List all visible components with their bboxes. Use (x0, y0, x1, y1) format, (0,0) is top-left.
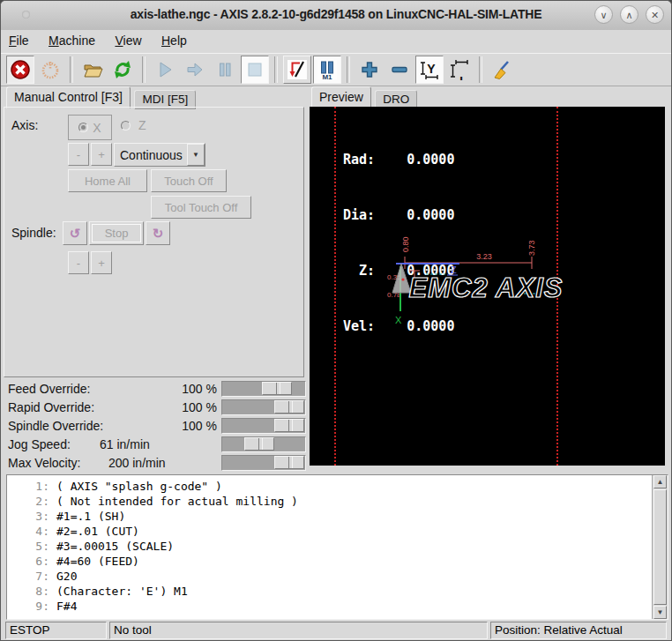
jog-minus-button[interactable]: - (68, 143, 89, 166)
spindle-cw-button[interactable]: ↻ (146, 221, 170, 245)
spindle-cw-icon: ↻ (153, 226, 164, 242)
window-title: axis-lathe.ngc - AXIS 2.8.2-10-g6d29f145… (1, 7, 671, 21)
rapid-override-label: Rapid Override: (8, 400, 94, 414)
toolbar-separator (479, 56, 482, 83)
touch-off-button[interactable]: Touch Off (151, 169, 227, 192)
view-y-flipped-button[interactable]: Y (445, 56, 474, 84)
max-velocity-row: Max Velocity: 200 in/min (1, 454, 307, 473)
spindle-plus-button[interactable]: + (91, 251, 112, 274)
gcode-line[interactable]: 6:#4=60 (FEED) (7, 554, 652, 569)
slider-handle[interactable] (244, 437, 274, 451)
pause-button[interactable] (211, 56, 239, 84)
toolbar-separator (347, 56, 350, 83)
machine-power-button[interactable] (36, 56, 64, 84)
gcode-line[interactable]: 3:#1=.1 (SH) (7, 509, 652, 524)
spindle-minus-button[interactable]: - (68, 251, 89, 274)
toolbar-separator (142, 56, 146, 83)
jog-mode-combobox[interactable]: Continuous ▼ (114, 143, 205, 167)
dim-width-label: 3.23 (476, 252, 492, 261)
toolbar-separator (70, 56, 73, 83)
tool-touch-off-button[interactable]: Tool Touch Off (151, 196, 251, 219)
tab-preview[interactable]: Preview (311, 86, 371, 108)
step-icon (184, 59, 205, 80)
slider-handle[interactable] (262, 382, 292, 395)
gcode-listing[interactable]: 1:( AXIS "splash g-code" ) 2:( Not inten… (6, 474, 668, 620)
feed-override-slider[interactable] (221, 381, 306, 397)
svg-text:Y: Y (457, 74, 466, 80)
toolbar-separator (274, 56, 278, 83)
rapid-override-row: Rapid Override: 100 % (1, 399, 307, 417)
run-button[interactable] (151, 56, 179, 84)
svg-text:M1: M1 (322, 73, 332, 81)
preview-canvas[interactable]: Rad: 0.0000 Dia: 0.0000 Z: 0.0000 Vel: 0… (310, 107, 665, 466)
jog-mode-value: Continuous (120, 148, 183, 162)
zoom-out-icon (389, 59, 410, 80)
jog-speed-value: 61 in/min (100, 437, 223, 451)
status-bar: ESTOP No tool Position: Relative Actual (1, 622, 671, 641)
spindle-override-row: Spindle Override: 100 % (1, 417, 307, 436)
menu-help[interactable]: Help (153, 30, 195, 50)
view-y-icon: Y (419, 59, 440, 80)
combo-arrow-icon[interactable]: ▼ (187, 144, 205, 166)
gcode-line[interactable]: 4:#2=.01 (CUT) (7, 524, 652, 539)
gcode-scrollbar[interactable]: ▲ ▼ (652, 475, 668, 619)
slider-handle[interactable] (274, 456, 304, 469)
gcode-line[interactable]: 1:( AXIS "splash g-code" ) (7, 479, 652, 494)
tab-manual-control[interactable]: Manual Control [F3] (6, 86, 131, 108)
slider-handle[interactable] (274, 419, 304, 432)
zoom-out-button[interactable] (385, 56, 414, 84)
gcode-line[interactable]: 2:( Not intended for actual milling ) (7, 494, 652, 509)
gcode-line[interactable]: 8:(Character: 'E') M1 (7, 584, 652, 599)
status-tool: No tool (109, 622, 488, 639)
max-velocity-slider[interactable] (221, 455, 306, 471)
estop-button[interactable] (6, 56, 34, 84)
zoom-in-button[interactable] (355, 56, 384, 84)
scroll-thumb[interactable] (653, 489, 667, 605)
title-bar[interactable]: axis-lathe.ngc - AXIS 2.8.2-10-g6d29f145… (1, 1, 671, 31)
rapid-override-slider[interactable] (221, 399, 306, 415)
axis-x-radio[interactable]: X (68, 115, 112, 140)
menu-view[interactable]: View (107, 30, 149, 50)
scroll-up-icon[interactable]: ▲ (653, 475, 667, 488)
minimize-button[interactable]: ∨ (594, 5, 613, 24)
spindle-override-label: Spindle Override: (8, 419, 103, 433)
app-window: axis-lathe.ngc - AXIS 2.8.2-10-g6d29f145… (0, 0, 672, 641)
manual-control-panel: Axis: X Z - + Continuous ▼ Home All Touc… (4, 107, 304, 377)
optional-stop-button[interactable]: M1 (313, 56, 341, 84)
toolbar: M1 Y (1, 53, 671, 86)
open-file-button[interactable] (78, 56, 107, 84)
reload-file-button[interactable] (108, 56, 137, 84)
max-velocity-label: Max Velocity: (8, 456, 80, 470)
skip-lines-button[interactable] (283, 56, 311, 84)
jog-speed-slider[interactable] (221, 436, 306, 452)
axis-x-label: X (395, 315, 402, 325)
axis-x-label: X (93, 121, 101, 135)
maximize-button[interactable]: ∧ (620, 5, 638, 24)
reload-file-icon (112, 59, 133, 80)
home-all-button[interactable]: Home All (68, 169, 147, 192)
axis-z-radio[interactable]: Z (121, 118, 146, 132)
run-icon (154, 59, 175, 80)
gcode-line[interactable]: 9:F#4 (7, 599, 652, 614)
slider-handle[interactable] (274, 400, 304, 414)
spindle-ccw-button[interactable]: ↺ (63, 221, 87, 245)
clear-plot-button[interactable] (488, 56, 516, 84)
radio-z-icon (121, 121, 131, 130)
menu-file[interactable]: File (1, 30, 37, 50)
gcode-line[interactable]: 7:G20 (7, 569, 652, 584)
menu-machine[interactable]: Machine (41, 30, 103, 50)
spindle-stop-button[interactable]: Stop (89, 221, 144, 245)
scroll-down-icon[interactable]: ▼ (653, 606, 667, 619)
preview-drawing: 3.23 0.80 3.73 0.35 0.78 Z X (310, 107, 665, 466)
open-file-icon (82, 59, 103, 80)
spindle-override-slider[interactable] (221, 418, 306, 434)
stop-button[interactable] (241, 56, 269, 84)
feed-override-label: Feed Override: (8, 382, 90, 396)
max-velocity-value: 200 in/min (108, 456, 232, 470)
gcode-line[interactable]: 5:#3=.00015 (SCALE) (7, 539, 652, 554)
close-button[interactable]: ✕ (646, 5, 664, 24)
jog-plus-button[interactable]: + (91, 143, 112, 166)
axis-label: Axis: (11, 118, 38, 132)
view-y-button[interactable]: Y (415, 56, 444, 84)
step-button[interactable] (181, 56, 209, 84)
